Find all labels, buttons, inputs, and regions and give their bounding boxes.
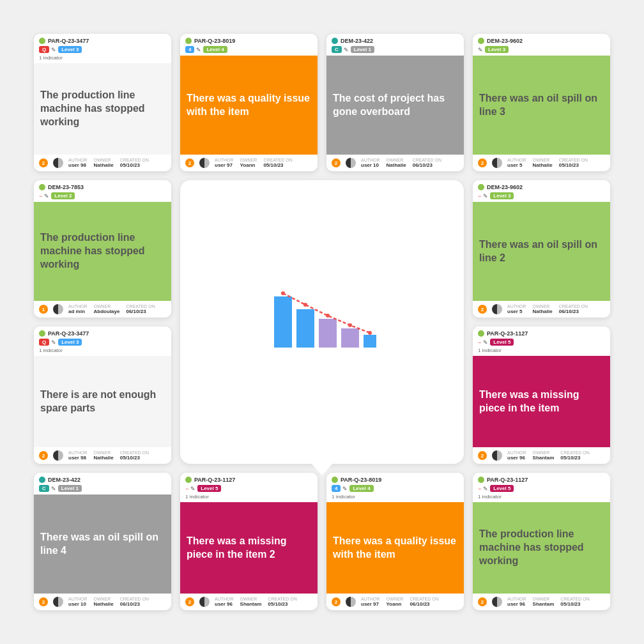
card-header: DEM-23-9602 ✎ Level 3 bbox=[473, 34, 610, 56]
card-footer: 2 AUTHORuser 10 OWNERNathalie CREATED ON… bbox=[326, 155, 464, 171]
status-dot bbox=[39, 330, 45, 337]
card-footer: 2 AUTHORuser 96 OWNERShantam CREATED ON0… bbox=[473, 594, 610, 610]
footer-count: 1 bbox=[39, 305, 48, 314]
footer-info: AUTHORuser 5 OWNERNathalie CREATED ON05/… bbox=[507, 158, 605, 168]
edit-icon: ✎ bbox=[51, 486, 56, 492]
indicator-text: 1 indicator bbox=[185, 494, 312, 500]
card-ref: PAR-Q-23-3477 bbox=[48, 38, 89, 44]
card-ref: PAR-Q-23-8019 bbox=[194, 38, 235, 44]
minus-icon: − bbox=[185, 486, 188, 492]
card-body: There was a missing piece in the item bbox=[473, 356, 610, 447]
card-header: PAR-Q-23-1127 − ✎ Level 5 1 indicator bbox=[180, 473, 318, 502]
footer-count: 2 bbox=[478, 158, 487, 167]
card-header: PAR-Q-23-3477 Q ✎ Level 3 1 indicator bbox=[34, 34, 171, 63]
card-ref: DEM-23-422 bbox=[48, 477, 80, 483]
card-footer: 2 AUTHORuser 98 OWNERNathalie CREATED ON… bbox=[34, 447, 171, 464]
card-body-text: The production line machine has stopped … bbox=[479, 528, 604, 567]
card-quality-issue-1[interactable]: PAR-Q-23-8019 4 ✎ Level 4 There was a qu… bbox=[180, 34, 318, 171]
card-body-text: There was a missing piece in the item bbox=[479, 388, 604, 415]
footer-count: 2 bbox=[39, 451, 48, 460]
edit-icon: ✎ bbox=[483, 486, 488, 492]
card-header: DEM-23-9602 − ✎ Level 3 bbox=[473, 180, 610, 202]
card-footer: 1 AUTHORad min OWNERAbdoulaye CREATED ON… bbox=[34, 301, 171, 318]
card-production-stopped-pink[interactable]: PAR-Q-23-1127 − ✎ Level 5 1 indicator Th… bbox=[473, 473, 610, 610]
card-body: There was a quality issue with the item bbox=[180, 56, 318, 155]
footer-info: AUTHORuser 10 OWNERNathalie CREATED ON06… bbox=[361, 158, 459, 168]
card-body-text: There was a quality issue with the item bbox=[187, 92, 311, 119]
edit-icon: ✎ bbox=[196, 47, 201, 53]
footer-count: 2 bbox=[332, 597, 341, 606]
footer-count: 2 bbox=[185, 158, 194, 167]
card-ref: DEM-23-9602 bbox=[487, 38, 523, 44]
card-body: There was a missing piece in the item 2 bbox=[180, 502, 318, 594]
status-dot bbox=[185, 38, 192, 44]
svg-rect-2 bbox=[319, 319, 337, 348]
edit-icon: ✎ bbox=[51, 47, 56, 53]
badge-level: Level 5 bbox=[490, 485, 514, 492]
card-header: PAR-Q-23-8019 4 ✎ Level 4 1 indicator bbox=[326, 473, 464, 502]
indicator-text: 1 indicator bbox=[39, 55, 166, 61]
footer-info: AUTHORuser 98 OWNERNathalie CREATED ON05… bbox=[68, 450, 166, 461]
card-production-stopped-1[interactable]: PAR-Q-23-3477 Q ✎ Level 3 1 indicator Th… bbox=[34, 34, 171, 171]
card-production-stopped-2[interactable]: DEM-23-7853 − ✎ Level 2 The production l… bbox=[34, 180, 171, 318]
footer-info: AUTHORuser 10 OWNERNathalie CREATED ON06… bbox=[68, 597, 166, 607]
svg-point-7 bbox=[326, 314, 330, 318]
edit-icon: ✎ bbox=[478, 47, 483, 53]
card-ref: DEM-23-7853 bbox=[48, 184, 84, 190]
card-body-text: There was an oil spill on line 4 bbox=[40, 531, 165, 558]
svg-rect-4 bbox=[364, 335, 376, 348]
card-ref: PAR-Q-23-1127 bbox=[194, 477, 235, 483]
card-quality-issue-2[interactable]: PAR-Q-23-8019 4 ✎ Level 4 1 indicator Th… bbox=[326, 473, 464, 610]
card-spare-parts[interactable]: PAR-Q-23-3477 Q ✎ Level 3 1 indicator Th… bbox=[34, 326, 171, 464]
card-footer: 2 AUTHORuser 96 OWNERShantam CREATED ON0… bbox=[473, 447, 610, 464]
status-dot bbox=[39, 38, 45, 44]
badge-q: Q bbox=[39, 46, 49, 53]
edit-icon: ✎ bbox=[483, 193, 488, 199]
svg-rect-1 bbox=[296, 309, 314, 348]
minus-icon: − bbox=[39, 193, 42, 199]
svg-point-9 bbox=[368, 331, 372, 335]
card-body: The cost of project has gone overboard bbox=[326, 56, 464, 155]
cards-grid: PAR-Q-23-3477 Q ✎ Level 3 1 indicator Th… bbox=[21, 21, 623, 623]
card-ref: PAR-Q-23-1127 bbox=[487, 330, 528, 337]
footer-info: AUTHORuser 97 OWNERYoann CREATED ON06/10… bbox=[361, 597, 459, 607]
status-dot bbox=[332, 477, 338, 483]
avatar bbox=[53, 450, 63, 461]
badge-level: Level 1 bbox=[58, 485, 82, 492]
card-missing-piece-2[interactable]: PAR-Q-23-1127 − ✎ Level 5 1 indicator Th… bbox=[180, 473, 318, 610]
card-header: PAR-Q-23-1127 − ✎ Level 5 1 indicator bbox=[473, 473, 610, 502]
edit-icon: ✎ bbox=[344, 47, 349, 53]
card-body: There was an oil spill on line 3 bbox=[473, 56, 610, 155]
card-body-text: There was a quality issue with the item bbox=[333, 535, 457, 562]
avatar bbox=[492, 597, 502, 607]
status-dot bbox=[478, 184, 484, 190]
footer-info: AUTHORuser 96 OWNERShantam CREATED ON05/… bbox=[507, 597, 605, 607]
avatar bbox=[492, 450, 502, 461]
edit-icon: ✎ bbox=[51, 339, 56, 346]
footer-created: 05/10/23 bbox=[120, 162, 149, 168]
footer-count: 2 bbox=[39, 597, 48, 606]
avatar bbox=[53, 158, 63, 168]
edit-icon: ✎ bbox=[483, 339, 488, 346]
footer-count: 2 bbox=[185, 597, 194, 606]
footer-created: 05/10/23 bbox=[263, 162, 292, 168]
card-missing-piece-1[interactable]: PAR-Q-23-1127 − ✎ Level 5 1 indicator Th… bbox=[473, 326, 610, 464]
card-ref: PAR-Q-23-8019 bbox=[341, 477, 381, 483]
status-dot bbox=[185, 477, 192, 483]
card-oil-spill-2[interactable]: DEM-23-9602 − ✎ Level 3 There was an oil… bbox=[473, 180, 610, 318]
svg-rect-3 bbox=[341, 328, 359, 348]
card-oil-spill-4[interactable]: DEM-23-422 C ✎ Level 1 There was an oil … bbox=[34, 473, 171, 610]
card-header: DEM-23-422 C ✎ Level 1 bbox=[34, 473, 171, 494]
svg-point-6 bbox=[303, 303, 307, 307]
badge-num: 4 bbox=[332, 485, 341, 492]
card-cost-overboard[interactable]: DEM-23-422 C ✎ Level 1 The cost of proje… bbox=[326, 34, 464, 171]
card-body: There was an oil spill on line 2 bbox=[473, 202, 610, 301]
avatar bbox=[199, 158, 210, 168]
avatar bbox=[492, 304, 502, 314]
card-footer: 2 AUTHORuser 98 OWNERNathalie CREATED ON… bbox=[34, 155, 171, 171]
card-oil-spill-3[interactable]: DEM-23-9602 ✎ Level 3 There was an oil s… bbox=[473, 34, 610, 171]
card-body-text: The production line machine has stopped … bbox=[40, 231, 165, 271]
card-body-text: There was an oil spill on line 2 bbox=[479, 238, 604, 265]
status-dot bbox=[39, 184, 45, 190]
footer-owner: Yoann bbox=[240, 162, 257, 168]
